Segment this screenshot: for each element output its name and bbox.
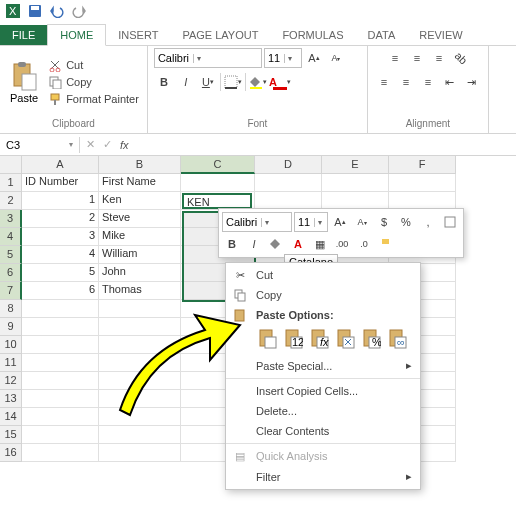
menu-filter[interactable]: Filter▸ xyxy=(226,466,420,487)
enter-icon[interactable]: ✓ xyxy=(103,138,112,151)
mini-shrink-font-icon[interactable]: A▾ xyxy=(352,212,372,232)
redo-icon[interactable] xyxy=(72,4,86,18)
cell[interactable] xyxy=(322,174,389,192)
col-header-b[interactable]: B xyxy=(99,156,181,174)
cell[interactable] xyxy=(99,444,181,462)
select-all-corner[interactable] xyxy=(0,156,22,174)
tab-data[interactable]: DATA xyxy=(356,25,408,45)
mini-border2-icon[interactable]: ▦ xyxy=(310,234,330,254)
align-bottom-icon[interactable]: ≡ xyxy=(429,48,449,68)
row-header-16[interactable]: 16 xyxy=(0,444,22,462)
bold-button[interactable]: B xyxy=(154,72,174,92)
align-center-icon[interactable]: ≡ xyxy=(396,72,416,92)
underline-button[interactable]: U▾ xyxy=(198,72,218,92)
cell[interactable] xyxy=(389,174,456,192)
row-header-4[interactable]: 4 xyxy=(0,228,22,246)
tab-page-layout[interactable]: PAGE LAYOUT xyxy=(170,25,270,45)
paste-transpose-button[interactable] xyxy=(334,327,358,351)
row-header-11[interactable]: 11 xyxy=(0,354,22,372)
name-box[interactable]: C3▾ xyxy=(0,137,80,153)
fill-color-button[interactable]: ▾ xyxy=(248,72,268,92)
menu-paste-special[interactable]: Paste Special...▸ xyxy=(226,355,420,376)
tab-formulas[interactable]: FORMULAS xyxy=(270,25,355,45)
fx-icon[interactable]: fx xyxy=(120,139,129,151)
paste-formatting-button[interactable]: % xyxy=(360,327,384,351)
cell[interactable]: Ken xyxy=(99,192,181,210)
undo-icon[interactable] xyxy=(50,4,64,18)
row-header-8[interactable]: 8 xyxy=(0,300,22,318)
menu-insert-copied[interactable]: Insert Copied Cells... xyxy=(226,381,420,401)
mini-comma-icon[interactable]: , xyxy=(418,212,438,232)
mini-bold-icon[interactable]: B xyxy=(222,234,242,254)
tab-review[interactable]: REVIEW xyxy=(407,25,474,45)
menu-copy[interactable]: Copy xyxy=(226,285,420,305)
cell[interactable] xyxy=(22,318,99,336)
cell[interactable] xyxy=(22,390,99,408)
align-middle-icon[interactable]: ≡ xyxy=(407,48,427,68)
row-header-15[interactable]: 15 xyxy=(0,426,22,444)
cell[interactable] xyxy=(255,174,322,192)
paste-link-button[interactable]: ∞ xyxy=(386,327,410,351)
cell[interactable]: Steve xyxy=(99,210,181,228)
cell[interactable] xyxy=(181,174,255,192)
row-header-9[interactable]: 9 xyxy=(0,318,22,336)
copy-button[interactable]: Copy xyxy=(46,74,141,90)
mini-border-icon[interactable] xyxy=(440,212,460,232)
cell[interactable] xyxy=(22,444,99,462)
menu-delete[interactable]: Delete... xyxy=(226,401,420,421)
row-header-14[interactable]: 14 xyxy=(0,408,22,426)
tab-home[interactable]: HOME xyxy=(47,24,106,46)
cell[interactable] xyxy=(22,354,99,372)
row-header-6[interactable]: 6 xyxy=(0,264,22,282)
mini-painter-icon[interactable] xyxy=(376,234,396,254)
mini-currency-icon[interactable]: $ xyxy=(374,212,394,232)
cell[interactable]: William xyxy=(99,246,181,264)
paste-formulas-button[interactable]: fx xyxy=(308,327,332,351)
paste-values-button[interactable]: 123 xyxy=(282,327,306,351)
cell[interactable] xyxy=(22,372,99,390)
border-button[interactable]: ▾ xyxy=(223,72,243,92)
increase-indent-icon[interactable]: ⇥ xyxy=(462,72,482,92)
cell[interactable]: John xyxy=(99,264,181,282)
menu-cut[interactable]: ✂Cut xyxy=(226,265,420,285)
format-painter-button[interactable]: Format Painter xyxy=(46,91,141,107)
paste-button[interactable]: Paste xyxy=(6,58,42,106)
tab-file[interactable]: FILE xyxy=(0,25,47,45)
row-header-3[interactable]: 3 xyxy=(0,210,22,228)
cell[interactable]: Thomas xyxy=(99,282,181,300)
cell[interactable]: 3 xyxy=(22,228,99,246)
row-header-10[interactable]: 10 xyxy=(0,336,22,354)
font-name-combo[interactable]: Calibri▾ xyxy=(154,48,262,68)
mini-italic-icon[interactable]: I xyxy=(244,234,264,254)
row-header-7[interactable]: 7 xyxy=(0,282,22,300)
italic-button[interactable]: I xyxy=(176,72,196,92)
increase-font-icon[interactable]: A▴ xyxy=(304,48,324,68)
cell[interactable] xyxy=(22,426,99,444)
row-header-1[interactable]: 1 xyxy=(0,174,22,192)
mini-percent-icon[interactable]: % xyxy=(396,212,416,232)
worksheet-grid[interactable]: A B C D E F xyxy=(0,156,516,174)
menu-clear[interactable]: Clear Contents xyxy=(226,421,420,441)
decrease-font-icon[interactable]: A▾ xyxy=(326,48,346,68)
cell[interactable]: 5 xyxy=(22,264,99,282)
col-header-a[interactable]: A xyxy=(22,156,99,174)
mini-size-combo[interactable]: 11▾ xyxy=(294,212,328,232)
align-top-icon[interactable]: ≡ xyxy=(385,48,405,68)
row-header-13[interactable]: 13 xyxy=(0,390,22,408)
mini-inc-dec-icon[interactable]: .00 xyxy=(332,234,352,254)
cell[interactable]: ID Number xyxy=(22,174,99,192)
mini-font-combo[interactable]: Calibri▾ xyxy=(222,212,292,232)
col-header-d[interactable]: D xyxy=(255,156,322,174)
cancel-icon[interactable]: ✕ xyxy=(86,138,95,151)
cell[interactable]: 1 xyxy=(22,192,99,210)
paste-all-button[interactable] xyxy=(256,327,280,351)
cell[interactable]: 2 xyxy=(22,210,99,228)
row-header-5[interactable]: 5 xyxy=(0,246,22,264)
col-header-c[interactable]: C xyxy=(181,156,255,174)
row-header-12[interactable]: 12 xyxy=(0,372,22,390)
col-header-f[interactable]: F xyxy=(389,156,456,174)
font-size-combo[interactable]: 11▾ xyxy=(264,48,302,68)
mini-dec-inc-icon[interactable]: .0 xyxy=(354,234,374,254)
cell[interactable] xyxy=(22,336,99,354)
row-header-2[interactable]: 2 xyxy=(0,192,22,210)
